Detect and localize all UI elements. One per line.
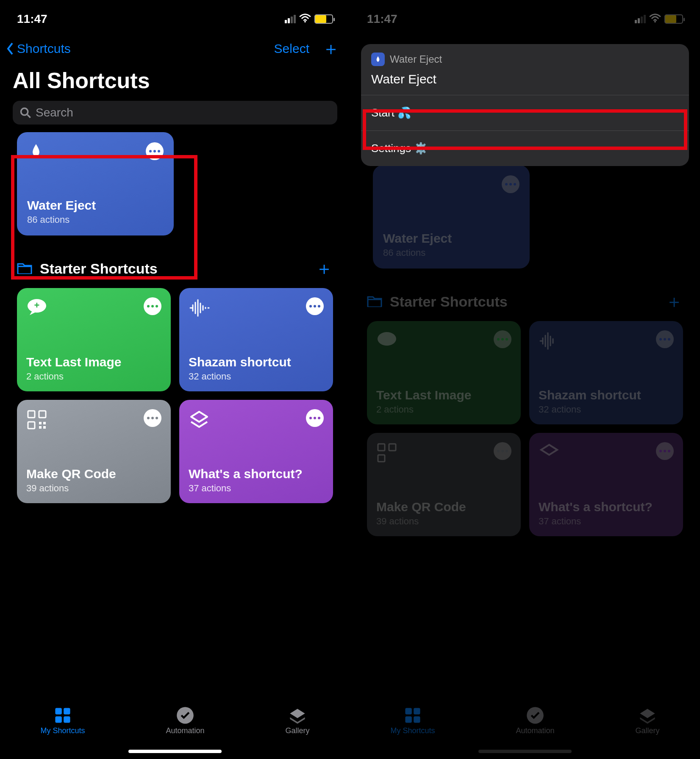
svg-text:+: + <box>34 300 40 310</box>
svg-rect-9 <box>43 422 46 424</box>
status-bar: 11:47 <box>0 0 350 38</box>
section-title: Starter Shortcuts <box>40 260 158 277</box>
svg-rect-14 <box>55 716 61 723</box>
more-button[interactable] <box>144 297 161 315</box>
tile-label: Shazam shortcut <box>189 355 324 369</box>
tile-sub: 86 actions <box>27 214 164 225</box>
shortcut-tile-whats[interactable]: What's a shortcut?37 actions <box>179 400 333 503</box>
tab-gallery[interactable]: Gallery <box>285 707 309 735</box>
svg-rect-15 <box>64 716 70 723</box>
svg-rect-6 <box>39 411 46 418</box>
back-button[interactable]: Shortcuts <box>6 42 71 56</box>
grid-icon <box>53 707 72 724</box>
water-drop-icon <box>371 53 385 66</box>
tab-automation[interactable]: Automation <box>166 707 204 735</box>
layers-icon <box>189 409 210 430</box>
tile-sub: 2 actions <box>26 371 161 382</box>
svg-point-0 <box>304 21 306 22</box>
search-input[interactable]: Search <box>13 101 337 125</box>
water-drop-icon <box>27 142 45 160</box>
stack-icon <box>288 707 307 724</box>
tab-label: Automation <box>166 726 204 735</box>
section-header: Starter Shortcuts ＋ <box>0 235 350 288</box>
tab-my-shortcuts[interactable]: My Shortcuts <box>40 707 85 735</box>
sheet-app-label: Water Eject <box>390 53 442 65</box>
search-icon <box>19 107 31 119</box>
sheet-option-start[interactable]: Start 💦 <box>361 95 689 130</box>
shortcut-run-sheet: Water Eject Water Eject Start 💦 Settings… <box>361 44 689 166</box>
nav-bar: Shortcuts Select ＋ <box>0 38 350 64</box>
select-button[interactable]: Select <box>274 42 309 56</box>
more-button[interactable] <box>306 297 324 315</box>
tile-sub: 39 actions <box>26 483 161 494</box>
wifi-icon <box>299 12 311 26</box>
tile-label: Text Last Image <box>26 355 161 369</box>
cellular-icon <box>285 15 296 23</box>
add-button[interactable]: ＋ <box>322 40 340 58</box>
svg-rect-13 <box>64 708 70 714</box>
home-indicator[interactable] <box>128 750 222 753</box>
shortcut-tile-shazam[interactable]: Shazam shortcut32 actions <box>179 288 333 391</box>
more-button[interactable] <box>306 409 324 427</box>
clock-check-icon <box>176 707 194 724</box>
tile-label: Make QR Code <box>26 467 161 481</box>
sheet-option-settings[interactable]: Settings ⚙️ <box>361 131 689 166</box>
battery-icon <box>314 14 333 24</box>
tile-sub: 37 actions <box>189 483 324 494</box>
tab-label: Gallery <box>285 726 309 735</box>
speech-plus-icon: + <box>26 297 47 319</box>
shortcut-tile-qr[interactable]: Make QR Code39 actions <box>17 400 171 503</box>
phone-left: 11:47 Shortcuts Select ＋ All Shortcuts S… <box>0 0 350 759</box>
chevron-left-icon <box>6 42 15 56</box>
svg-rect-7 <box>28 422 35 429</box>
search-placeholder: Search <box>36 106 73 119</box>
svg-line-2 <box>28 115 31 118</box>
shortcut-tile-water-eject[interactable]: Water Eject 86 actions <box>17 132 174 235</box>
tab-label: My Shortcuts <box>40 726 85 735</box>
svg-rect-12 <box>55 708 61 714</box>
sheet-title: Water Eject <box>371 66 679 95</box>
svg-rect-11 <box>43 426 46 429</box>
phone-right: 11:47 Water Eject 86 actions Starter Sho… <box>350 0 700 759</box>
waveform-icon <box>189 297 210 319</box>
tile-label: What's a shortcut? <box>189 467 324 481</box>
more-button[interactable] <box>144 409 161 427</box>
svg-point-1 <box>21 108 28 115</box>
tile-sub: 32 actions <box>189 371 324 382</box>
clock: 11:47 <box>17 12 47 26</box>
svg-rect-10 <box>39 426 42 429</box>
shortcut-tile-text-last-image[interactable]: + Text Last Image2 actions <box>17 288 171 391</box>
tile-label: Water Eject <box>27 198 164 213</box>
more-button[interactable] <box>146 142 164 160</box>
page-title: All Shortcuts <box>0 64 350 99</box>
svg-rect-8 <box>39 422 42 424</box>
qr-icon <box>26 409 47 430</box>
sheet-header: Water Eject <box>371 53 679 66</box>
back-label: Shortcuts <box>17 42 71 56</box>
folder-icon <box>17 261 32 276</box>
section-add-button[interactable]: ＋ <box>315 257 333 280</box>
svg-rect-5 <box>28 411 35 418</box>
